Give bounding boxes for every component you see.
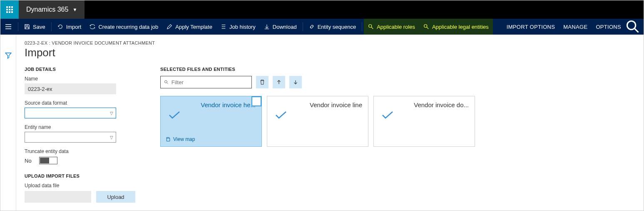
save-icon	[24, 24, 30, 30]
svg-line-18	[371, 27, 373, 29]
name-label: Name	[25, 76, 137, 82]
upload-file-field[interactable]	[25, 191, 91, 203]
main-area: 0223-2-EX : VENDOR INVOICE DOCUMENT ATTA…	[0, 35, 644, 211]
entity-card[interactable]: Vendor invoice do...	[373, 96, 475, 147]
search-icon	[625, 19, 640, 34]
download-icon	[264, 24, 270, 30]
section-header: JOB DETAILS	[25, 67, 137, 72]
svg-rect-1	[9, 6, 10, 8]
name-input[interactable]	[25, 83, 116, 94]
apply-template-button[interactable]: Apply Template	[162, 19, 216, 35]
import-options-menu[interactable]: IMPORT OPTIONS	[502, 19, 559, 35]
check-icon	[381, 111, 394, 121]
filter-input[interactable]	[172, 79, 248, 85]
recurring-job-button[interactable]: Create recurring data job	[85, 19, 162, 35]
move-up-button[interactable]	[273, 76, 285, 88]
svg-point-19	[424, 25, 427, 28]
app-launcher-button[interactable]	[0, 0, 19, 19]
truncate-value: No	[25, 158, 32, 164]
download-button[interactable]: Download	[260, 19, 301, 35]
link-icon	[309, 24, 315, 30]
upload-button[interactable]: Upload	[96, 191, 135, 203]
svg-point-23	[164, 80, 167, 83]
source-format-select[interactable]: ▽	[25, 108, 116, 118]
entity-card[interactable]: Vendor invoice line	[267, 96, 368, 147]
refresh-icon	[57, 24, 63, 30]
section-header: SELECTED FILES AND ENTITIES	[160, 67, 644, 72]
applicable-legal-entities-button[interactable]: Applicable legal entities	[419, 19, 493, 35]
format-label: Source data format	[25, 100, 137, 106]
svg-point-17	[369, 25, 372, 28]
truncate-label: Truncate entity data	[25, 148, 137, 154]
entity-card-title: Vendor invoice line	[293, 101, 362, 108]
applicable-roles-button[interactable]: Applicable roles	[364, 19, 419, 35]
top-bar: Dynamics 365 ▼	[0, 0, 644, 19]
view-map-link[interactable]: View map	[166, 136, 195, 142]
save-button[interactable]: Save	[20, 19, 50, 35]
list-icon	[221, 24, 226, 30]
hamburger-icon	[5, 23, 12, 30]
svg-rect-6	[6, 11, 8, 13]
svg-line-22	[635, 29, 639, 33]
manage-menu[interactable]: MANAGE	[559, 19, 592, 35]
svg-rect-7	[9, 11, 10, 13]
global-search-button[interactable]	[625, 19, 640, 34]
svg-line-24	[167, 83, 168, 84]
search-icon	[368, 24, 374, 30]
svg-rect-4	[9, 9, 10, 10]
section-header: UPLOAD IMPORT FILES	[25, 173, 137, 178]
filter-pane-button[interactable]	[5, 52, 12, 60]
entity-label: Entity name	[25, 124, 137, 130]
cycle-icon	[90, 24, 95, 30]
entity-card-title: Vendor invoice he...	[186, 101, 256, 108]
breadcrumb: 0223-2-EX : VENDOR INVOICE DOCUMENT ATTA…	[25, 40, 644, 45]
entity-card[interactable]: Vendor invoice he... View map	[160, 96, 262, 147]
upload-label: Upload data file	[25, 183, 137, 188]
pencil-icon	[167, 24, 172, 30]
svg-rect-2	[11, 6, 13, 8]
arrow-down-icon	[293, 79, 298, 85]
import-button[interactable]: Import	[53, 19, 86, 35]
check-icon	[275, 111, 287, 121]
brand-label: Dynamics 365	[26, 6, 68, 13]
entity-card-title: Vendor invoice do...	[400, 101, 469, 108]
trash-icon	[259, 79, 265, 85]
arrow-up-icon	[276, 79, 282, 85]
filter-box[interactable]	[160, 76, 252, 88]
delete-button[interactable]	[256, 76, 269, 88]
nav-toggle-button[interactable]	[0, 23, 16, 30]
svg-rect-5	[11, 9, 13, 10]
svg-rect-3	[6, 9, 8, 10]
entity-name-select[interactable]: ▽	[25, 132, 116, 143]
page-title: Import	[25, 46, 644, 59]
chevron-down-icon: ▽	[110, 111, 113, 116]
svg-rect-0	[6, 6, 8, 8]
search-icon	[164, 80, 169, 85]
job-details-panel: JOB DETAILS Name Source data format ▽ En…	[25, 67, 137, 203]
action-bar: Save Import Create recurring data job Ap…	[0, 19, 644, 35]
chevron-down-icon: ▽	[110, 135, 113, 140]
entities-panel: SELECTED FILES AND ENTITIES	[160, 67, 644, 203]
options-menu[interactable]: OPTIONS	[592, 19, 625, 35]
waffle-icon	[6, 6, 13, 13]
svg-line-20	[427, 27, 428, 29]
brand-menu[interactable]: Dynamics 365 ▼	[19, 0, 85, 19]
check-icon	[168, 111, 181, 121]
search-icon	[423, 24, 429, 30]
chevron-down-icon: ▼	[72, 7, 77, 12]
content: 0223-2-EX : VENDOR INVOICE DOCUMENT ATTA…	[16, 35, 644, 211]
svg-rect-8	[11, 11, 13, 13]
left-gutter	[0, 35, 16, 211]
job-history-button[interactable]: Job history	[216, 19, 260, 35]
map-icon	[166, 137, 171, 142]
entity-sequence-button[interactable]: Entity sequence	[305, 19, 361, 35]
svg-point-21	[627, 21, 636, 30]
funnel-icon	[5, 52, 12, 59]
selection-checkbox[interactable]	[251, 96, 261, 106]
truncate-toggle[interactable]	[39, 157, 57, 164]
move-down-button[interactable]	[289, 76, 302, 88]
